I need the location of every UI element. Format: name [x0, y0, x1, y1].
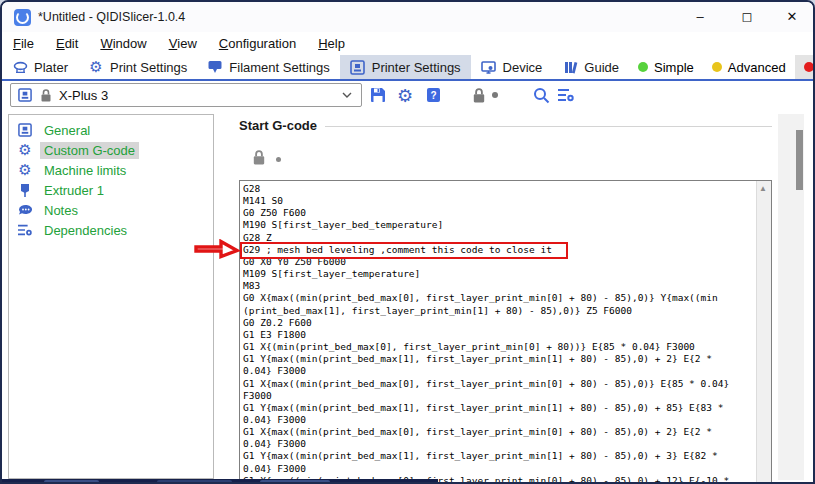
tab-device[interactable]: Device — [471, 55, 553, 79]
advanced-dot-icon — [712, 62, 722, 72]
annotation-arrow-icon — [194, 239, 240, 262]
save-preset-button[interactable] — [367, 84, 389, 106]
sidebar-item-label: Machine limits — [40, 162, 130, 179]
gear-icon: ⚙ — [88, 59, 104, 75]
device-icon — [481, 59, 497, 75]
menu-edit[interactable]: Edit — [45, 32, 89, 55]
filament-icon — [207, 59, 223, 75]
save-icon — [370, 87, 386, 103]
app-logo-icon — [14, 9, 31, 26]
search-button[interactable] — [530, 84, 552, 106]
search-settings-button[interactable] — [555, 84, 577, 106]
sidebar-item-notes[interactable]: Notes — [9, 200, 213, 220]
maximize-button[interactable]: ◻ — [725, 2, 769, 31]
simple-dot-icon — [638, 62, 648, 72]
sidebar-item-label: Extruder 1 — [40, 182, 108, 199]
help-book-icon: ? — [426, 87, 441, 103]
plater-icon — [12, 59, 28, 75]
lock-icon[interactable] — [252, 150, 266, 165]
start-gcode-textarea[interactable]: G28 M141 S0 G0 Z50 F600 M190 S[first_lay… — [239, 180, 772, 484]
tab-label: Plater — [34, 60, 68, 75]
search-settings-icon — [557, 87, 575, 103]
search-icon — [533, 87, 550, 104]
mode-label: Advanced — [728, 60, 786, 75]
lock-settings-toggle[interactable] — [468, 84, 490, 106]
sidebar-item-label: Dependencies — [40, 222, 131, 239]
sidebar-item-machine-limits[interactable]: ⚙ Machine limits — [9, 160, 213, 180]
gcode-scrollbar[interactable]: ▲ — [756, 181, 771, 484]
tab-print-settings[interactable]: ⚙ Print Settings — [78, 55, 197, 79]
lock-icon — [38, 87, 54, 103]
preset-value: X-Plus 3 — [59, 88, 108, 103]
tab-filament-settings[interactable]: Filament Settings — [197, 55, 339, 79]
sidebar-item-label: Notes — [40, 202, 82, 219]
tab-label: Guide — [584, 60, 619, 75]
preset-toolbar: X-Plus 3 ⚙ ? — [2, 81, 813, 110]
tab-guide[interactable]: Guide — [552, 55, 629, 79]
menu-help[interactable]: Help — [307, 32, 356, 55]
tab-bar: Plater ⚙ Print Settings Filament Setting… — [2, 55, 813, 81]
tab-label: Device — [503, 60, 543, 75]
edit-preset-button[interactable]: ⚙ — [394, 84, 416, 106]
app-window: *Untitled - QIDISlicer-1.0.4 – ◻ ✕ File … — [0, 0, 815, 484]
section-title: Start G-code — [239, 118, 325, 133]
extruder-icon — [17, 182, 33, 198]
gear-icon: ⚙ — [17, 162, 33, 178]
gcode-text: G28 M141 S0 G0 Z50 F600 M190 S[first_lay… — [243, 183, 756, 484]
lock-icon — [472, 88, 486, 103]
minimize-button[interactable]: – — [678, 2, 722, 31]
sidebar-item-custom-gcode[interactable]: ⚙ Custom G-code — [9, 140, 213, 160]
help-button[interactable]: ? — [422, 84, 444, 106]
mode-advanced[interactable]: Advanced — [703, 55, 795, 79]
notes-icon — [17, 202, 33, 218]
sidebar-item-label: Custom G-code — [40, 142, 139, 159]
scrollbar-thumb[interactable] — [796, 130, 803, 190]
printer-icon — [17, 87, 33, 103]
menu-bar: File Edit Window View Configuration Help — [2, 32, 813, 55]
menu-file[interactable]: File — [2, 32, 45, 55]
window-title: *Untitled - QIDISlicer-1.0.4 — [38, 10, 185, 24]
dependencies-icon — [17, 222, 33, 238]
printer-preset-select[interactable]: X-Plus 3 — [10, 83, 362, 107]
mode-simple[interactable]: Simple — [629, 55, 703, 79]
svg-text:?: ? — [430, 90, 436, 101]
sidebar-item-dependencies[interactable]: Dependencies — [9, 220, 213, 240]
chevron-down-icon — [339, 87, 355, 103]
taskbar-strip — [2, 479, 438, 484]
printer-icon — [350, 59, 366, 75]
settings-category-list: General ⚙ Custom G-code ⚙ Machine limits… — [8, 114, 214, 479]
sidebar-item-extruder-1[interactable]: Extruder 1 — [9, 180, 213, 200]
guide-icon — [562, 59, 578, 75]
tab-plater[interactable]: Plater — [2, 55, 78, 79]
menu-window[interactable]: Window — [89, 32, 157, 55]
expert-dot-icon — [804, 62, 814, 72]
tab-label: Print Settings — [110, 60, 187, 75]
tab-label: Printer Settings — [372, 60, 461, 75]
highlight-box — [240, 242, 568, 259]
tab-label: Filament Settings — [229, 60, 329, 75]
printer-icon — [17, 122, 33, 138]
tab-printer-settings[interactable]: Printer Settings — [340, 55, 471, 79]
title-bar: *Untitled - QIDISlicer-1.0.4 – ◻ ✕ — [2, 2, 813, 32]
dot-icon — [276, 157, 281, 162]
sidebar-item-label: General — [40, 122, 94, 139]
sidebar-item-general[interactable]: General — [9, 120, 213, 140]
close-button[interactable]: ✕ — [770, 2, 814, 31]
menu-configuration[interactable]: Configuration — [208, 32, 307, 55]
gear-icon: ⚙ — [17, 142, 33, 158]
dot-icon — [492, 92, 498, 98]
mode-expert[interactable]: Expert — [795, 55, 815, 79]
mode-label: Simple — [654, 60, 694, 75]
menu-view[interactable]: View — [158, 32, 208, 55]
scroll-up-arrow-icon[interactable]: ▲ — [759, 184, 767, 193]
page-scrollbar[interactable] — [778, 114, 804, 480]
